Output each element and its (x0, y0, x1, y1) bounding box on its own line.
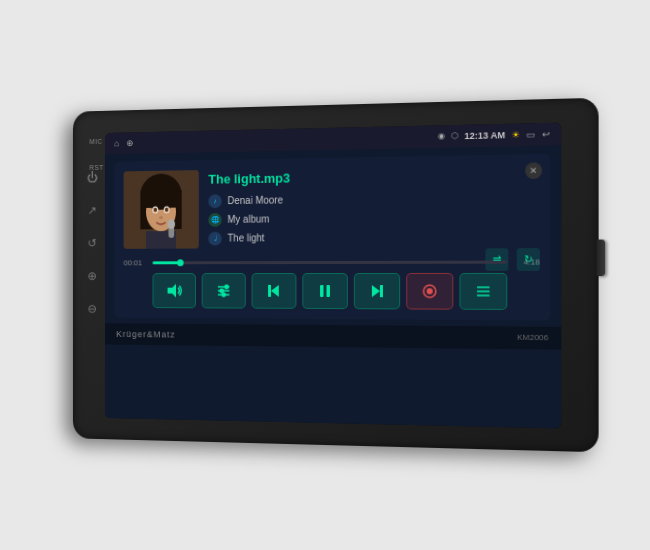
current-time: 00:01 (124, 258, 147, 267)
progress-dot (177, 259, 184, 266)
bluetooth-icon: ⬡ (451, 131, 458, 140)
play-pause-button[interactable] (302, 272, 348, 308)
shuffle-button[interactable]: ⇌ (485, 248, 508, 271)
svg-rect-22 (268, 284, 271, 296)
track-row: ♩ The light (208, 229, 540, 245)
status-time: 12:13 AM (464, 130, 505, 141)
svg-marker-14 (168, 283, 176, 297)
artist-icon: ♪ (208, 194, 221, 208)
usb-icon: ⊕ (127, 138, 134, 148)
svg-rect-5 (141, 195, 180, 207)
volume-button[interactable] (153, 273, 196, 308)
extra-controls: ⇌ ↻ (485, 248, 540, 271)
track-info: The light.mp3 ♪ Denai Moore 🌐 My album (208, 164, 540, 250)
svg-point-20 (221, 292, 226, 297)
mic-label: MIC (89, 138, 102, 145)
prev-button[interactable] (252, 273, 297, 309)
repeat-button[interactable]: ↻ (517, 248, 540, 271)
close-button[interactable]: ✕ (525, 162, 542, 179)
next-button[interactable] (354, 272, 400, 308)
svg-marker-21 (271, 284, 279, 296)
progress-area: 00:01 4:18 (124, 257, 540, 267)
progress-fill (153, 261, 180, 264)
location-icon: ◉ (438, 131, 445, 140)
artist-row: ♪ Denai Moore (208, 190, 540, 208)
app-area: ✕ (105, 145, 561, 428)
nav-back-icon[interactable]: ↩ (542, 129, 550, 140)
player-card: ✕ (114, 153, 550, 320)
track-title: The light.mp3 (208, 166, 540, 186)
artist-name: Denai Moore (227, 195, 282, 207)
track-name: The light (227, 232, 264, 243)
home-icon[interactable]: ⌂ (114, 138, 119, 148)
svg-point-28 (427, 288, 433, 294)
player-top: The light.mp3 ♪ Denai Moore 🌐 My album (124, 164, 540, 250)
share-icon[interactable]: ↗ (84, 202, 101, 220)
svg-point-18 (224, 284, 229, 289)
status-left-icons: ⌂ ⊕ (114, 138, 134, 148)
side-tab (596, 240, 605, 277)
car-stereo-device: MIC RST ⏻ ↗ ↺ ⊕ ⊖ ⌂ ⊕ ◉ ⬡ 12:13 AM ☀ ▭ ↩ (73, 98, 599, 453)
power-icon[interactable]: ⏻ (84, 169, 101, 187)
brand-label: Krüger&Matz (116, 329, 175, 339)
svg-point-8 (153, 207, 157, 212)
back-icon[interactable]: ↺ (84, 234, 101, 251)
controls-row (124, 272, 540, 309)
battery-icon: ▭ (526, 129, 535, 140)
album-name: My album (227, 214, 269, 225)
equalizer-button[interactable] (202, 273, 246, 309)
album-row: 🌐 My album (208, 209, 540, 226)
svg-point-9 (165, 207, 169, 212)
svg-marker-25 (372, 285, 380, 297)
track-icon: ♩ (208, 231, 221, 245)
playlist-button[interactable] (459, 272, 507, 309)
album-icon: 🌐 (208, 213, 221, 227)
svg-rect-26 (380, 285, 383, 297)
vol-down-icon[interactable]: ⊖ (84, 300, 101, 317)
svg-point-13 (168, 219, 176, 229)
status-right-area: ◉ ⬡ 12:13 AM ☀ ▭ ↩ (438, 129, 551, 142)
bottom-bar: Krüger&Matz KM2006 (105, 323, 561, 349)
svg-rect-24 (326, 285, 329, 297)
screen: ⌂ ⊕ ◉ ⬡ 12:13 AM ☀ ▭ ↩ ✕ (105, 122, 561, 428)
brightness-icon: ☀ (511, 129, 519, 139)
svg-rect-23 (320, 284, 323, 296)
progress-track[interactable] (153, 260, 508, 264)
side-buttons: ⏻ ↗ ↺ ⊕ ⊖ (84, 169, 101, 318)
vol-up-icon[interactable]: ⊕ (84, 267, 101, 284)
album-art (124, 170, 199, 249)
model-label: KM2006 (517, 333, 548, 343)
record-button[interactable] (406, 272, 453, 309)
